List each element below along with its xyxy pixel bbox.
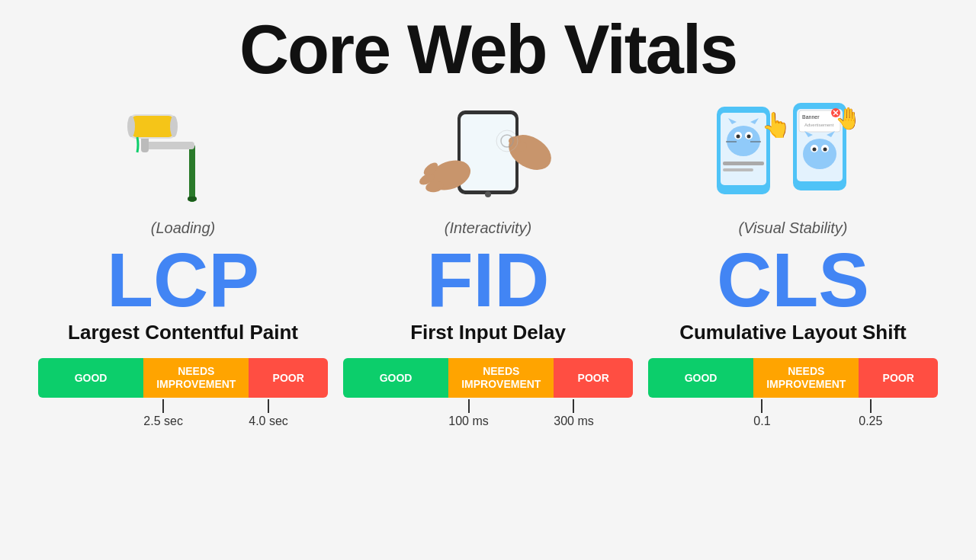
cls-marker1: 0.1	[753, 399, 770, 428]
svg-point-42	[803, 139, 836, 169]
svg-point-11	[485, 191, 491, 197]
fid-category: (Interactivity)	[445, 219, 531, 237]
svg-rect-32	[723, 162, 764, 165]
fid-marker2: 300 ms	[554, 399, 593, 428]
svg-point-46	[824, 148, 827, 152]
fid-bar: GOOD NEEDS IMPROVEMENT POOR	[343, 358, 633, 398]
lcp-marker2: 4.0 sec	[249, 399, 288, 428]
svg-rect-0	[189, 145, 195, 202]
lcp-bar: GOOD NEEDS IMPROVEMENT POOR	[38, 358, 328, 398]
cls-icon: Banner Advertisement 👆 🤚	[709, 91, 877, 213]
lcp-good-segment: GOOD	[38, 358, 143, 398]
svg-rect-1	[145, 142, 194, 149]
lcp-poor-segment: POOR	[249, 358, 328, 398]
lcp-icon	[122, 91, 244, 213]
cls-marker2-line	[870, 399, 872, 413]
cls-acronym: CLS	[717, 242, 869, 318]
page-title: Core Web Vitals	[239, 15, 737, 84]
fid-marker2-line	[573, 399, 574, 413]
svg-point-45	[813, 148, 817, 152]
fid-marker2-label: 300 ms	[554, 414, 593, 428]
cls-marker2: 0.25	[859, 399, 882, 428]
svg-text:🤚: 🤚	[835, 106, 862, 131]
cls-poor-segment: POOR	[859, 358, 938, 398]
fid-icon	[389, 91, 587, 213]
fid-marker1: 100 ms	[448, 399, 488, 428]
vital-cls: Banner Advertisement 👆 🤚	[648, 91, 938, 430]
lcp-acronym: LCP	[107, 242, 259, 318]
cls-needs-segment: NEEDS IMPROVEMENT	[753, 358, 859, 398]
svg-rect-7	[188, 197, 197, 201]
svg-text:Banner: Banner	[802, 114, 820, 120]
lcp-name: Largest Contentful Paint	[68, 321, 298, 344]
cls-markers: 0.1 0.25	[648, 399, 938, 430]
lcp-bar-container: GOOD NEEDS IMPROVEMENT POOR 2.5 sec 4.0 …	[38, 358, 328, 430]
vital-fid: (Interactivity) FID First Input Delay GO…	[343, 91, 633, 430]
cls-marker2-label: 0.25	[859, 414, 882, 428]
lcp-category: (Loading)	[151, 219, 216, 237]
fid-good-segment: GOOD	[343, 358, 448, 398]
svg-rect-4	[131, 116, 174, 137]
lcp-markers: 2.5 sec 4.0 sec	[38, 399, 328, 430]
svg-rect-33	[723, 168, 753, 171]
cls-good-segment: GOOD	[648, 358, 753, 398]
svg-point-6	[170, 116, 178, 137]
lcp-marker2-line	[268, 399, 269, 413]
cls-marker1-label: 0.1	[753, 414, 770, 428]
cls-bar: GOOD NEEDS IMPROVEMENT POOR	[648, 358, 938, 398]
svg-rect-10	[461, 114, 515, 190]
vitals-grid: (Loading) LCP Largest Contentful Paint G…	[30, 91, 946, 537]
fid-marker1-label: 100 ms	[448, 414, 488, 428]
vital-lcp: (Loading) LCP Largest Contentful Paint G…	[38, 91, 328, 430]
svg-text:👆: 👆	[761, 110, 791, 139]
lcp-needs-segment: NEEDS IMPROVEMENT	[143, 358, 249, 398]
lcp-marker2-label: 4.0 sec	[249, 414, 288, 428]
svg-point-26	[737, 135, 740, 139]
svg-point-5	[127, 116, 135, 137]
svg-point-27	[747, 135, 751, 139]
cls-category: (Visual Stability)	[738, 219, 847, 237]
cls-marker1-line	[761, 399, 762, 413]
lcp-marker1-label: 2.5 sec	[143, 414, 183, 428]
svg-text:Advertisement: Advertisement	[804, 123, 834, 127]
lcp-marker1-line	[162, 399, 164, 413]
fid-acronym: FID	[426, 242, 549, 318]
lcp-marker1: 2.5 sec	[143, 399, 183, 428]
fid-needs-segment: NEEDS IMPROVEMENT	[448, 358, 554, 398]
svg-point-18	[509, 136, 521, 146]
fid-bar-container: GOOD NEEDS IMPROVEMENT POOR 100 ms 300 m…	[343, 358, 633, 430]
cls-bar-container: GOOD NEEDS IMPROVEMENT POOR 0.1 0.25	[648, 358, 938, 430]
fid-markers: 100 ms 300 ms	[343, 399, 633, 430]
fid-name: First Input Delay	[410, 321, 566, 344]
cls-name: Cumulative Layout Shift	[679, 321, 907, 344]
fid-marker1-line	[468, 399, 470, 413]
svg-point-23	[727, 126, 760, 156]
fid-poor-segment: POOR	[554, 358, 633, 398]
